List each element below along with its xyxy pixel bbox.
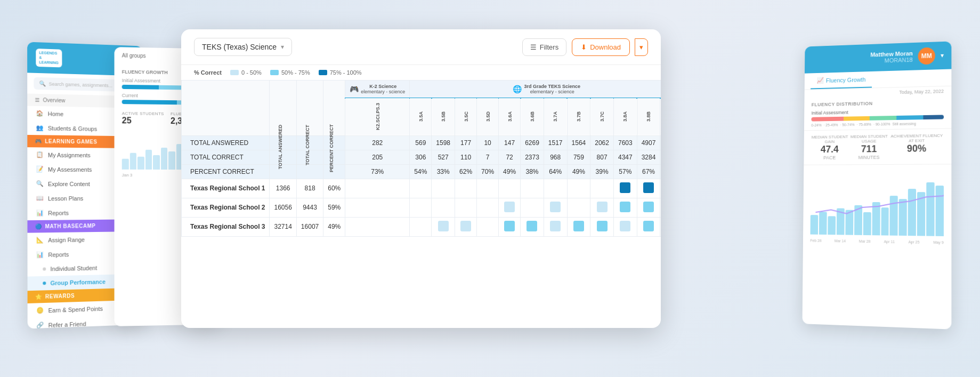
download-button[interactable]: ⬇ Download [572,38,630,56]
total-answered-row: TOTAL ANSWERED 282 569 1598 177 10 147 6… [182,135,661,150]
dist-seg-75-89 [896,115,924,120]
subject-title: TEKS (Texas) Science [202,43,277,51]
filters-button[interactable]: ☰ Filters [522,38,566,56]
col-38a: 3.8A [613,98,637,135]
clipboard-icon: 📝 [36,166,44,173]
math-section-label: MATH BASECAMP [45,223,96,229]
col-37b: 3.7B [567,98,590,135]
gamepad-icon: 🎮 [35,139,42,145]
chart-icon: 📊 [36,251,44,259]
dist-initial-label: Initial Assessment [812,110,848,116]
chart-tab-icon: 📈 [817,77,824,84]
metric-median-gain-unit: PACE [811,155,848,161]
ta-37b: 1564 [567,135,590,150]
user-info: Matthew Moran MORAN18 [870,50,912,64]
report-icon: 📊 [36,210,44,216]
legend-50-74: · 50-74% [840,123,854,126]
active-students-stat: ACTIVE STUDENTS 25 [122,111,165,126]
school2-name: Texas Regional School 2 [182,198,270,217]
legend-box-high [319,70,327,75]
col-37a: 3.7A [544,98,567,135]
search-placeholder: Search games, assignments... [49,81,112,88]
range-icon: 📐 [36,237,44,244]
sidebar-item-assign-range-label: Assign Range [48,236,85,243]
overview-label: Overview [43,98,66,104]
legend-label-mid: 50% - 75% [281,69,310,76]
3rd-group-header: 🌐 3rd Grade TEKS Scienceelementary - sci… [410,81,661,99]
right-bar-10 [890,196,898,236]
k2-group-header: 🎮 K-2 Scienceelementary - science [345,81,410,99]
right-bar-1 [811,215,819,235]
dist-seg-25-49 [844,116,870,121]
right-bar-12 [908,189,916,236]
school3-name: Texas Regional School 3 [182,217,270,236]
school2-tc: 9443 [296,198,323,217]
metric-achievement-label: ACHIEVEMENT FLUENCY AT EXIT [890,133,944,143]
legend-box-low [230,70,239,75]
sidebar-item-earn-points-label: Earn & Spend Points [48,306,103,314]
ta-35b: 1598 [432,135,455,150]
dist-row-initial: Initial Assessment [812,108,944,116]
col-38b: 3.8B [637,98,660,135]
legend-90-100: · 90-100% [873,122,890,126]
sidebar-item-refer-label: Refer a Friend [48,320,86,328]
ta-35a: 569 [410,135,432,150]
school3-ta: 32714 [270,217,296,236]
sidebar-item-individual-label: Individual Student [50,265,97,272]
legend-item-mid: 50% - 75% [270,69,310,76]
dist-section: FLUENCY DISTRIBUTION Initial Assessment … [804,96,951,131]
rewards-icon: ⭐ [35,294,42,300]
school3-tc: 16007 [296,217,323,236]
sidebar-item-reports-math-label: Reports [48,251,69,258]
metric-achievement: ACHIEVEMENT FLUENCY AT EXIT 90% [890,133,944,160]
col-35c: 3.5C [455,98,477,135]
col-38c: 3.8C [660,98,661,135]
sidebar-item-lessons-label: Lesson Plans [48,195,83,202]
dist-title: FLUENCY DISTRIBUTION [812,99,944,107]
sidebar-item-home-label: Home [48,110,63,117]
rewards-section-label: REWARDS [45,293,75,300]
filter-icon: ☰ [530,43,537,51]
users-icon: 👥 [36,124,44,131]
table-row: Texas Regional School 2 16056 9443 59% [182,198,661,217]
pct-correct-row: PERCENT CORRECT 73% 54% 33% 62% 70% 49% … [182,164,661,179]
table-row: Texas Regional School 1 1366 818 60% [182,179,661,198]
subject-dropdown[interactable]: TEKS (Texas) Science ▾ [194,38,292,56]
share-icon: 🔗 [36,322,44,328]
right-bar-14 [926,182,934,236]
ta-38a: 7603 [613,135,637,150]
k2-icon: 🎮 [350,85,359,93]
fluency-growth-tab-label: Fluency Growth [826,76,866,84]
total-correct-header: TOTAL CORRECT [296,81,323,136]
school2-pct: 59% [323,198,345,217]
right-bar-13 [917,192,925,236]
col-35b: 3.5B [432,98,455,135]
right-panel: Matthew Moran MORAN18 MM ▾ 📈 Fluency Gro… [803,41,952,329]
filters-label: Filters [540,43,558,51]
explore-icon: 🔍 [36,180,44,187]
metric-median-gain: MEDIAN STUDENT GAIN 47.4 PACE [811,134,848,161]
legend-item-high: 75% - 100% [319,69,362,76]
right-chart [803,164,951,240]
sidebar-item-students-label: Students & Groups [48,125,97,132]
sidebar-item-assignments-label: My Assignments [48,151,91,158]
coin-icon: 🪙 [36,307,44,315]
dot-active-icon [43,282,46,285]
right-bar-4 [837,208,845,235]
fluency-growth-tab[interactable]: 📈 Fluency Growth [811,71,872,89]
learning-games-label: LEARNING GAMES [45,139,97,145]
download-chevron-button[interactable]: ▾ [635,38,648,56]
table-wrap[interactable]: TOTAL ANSWERED TOTAL CORRECT PERCENT COR… [181,80,661,237]
main-panel: TEKS (Texas) Science ▾ ☰ Filters ⬇ Downl… [181,29,661,328]
metrics-row: MEDIAN STUDENT GAIN 47.4 PACE MEDIAN STU… [804,128,951,165]
grid-icon: ☰ [35,97,39,103]
dist-seg-0-24 [811,117,844,122]
dist-legend: 0-24% · 25-49% · 50-74% · 75-89% · 90-10… [811,121,944,127]
empty-header [182,81,270,136]
school3-pct: 49% [323,217,345,236]
metric-median-gain-value: 47.4 [811,144,848,155]
metric-usage-value: 711 [848,143,890,155]
legend-25-49: · 25-49% [824,123,838,127]
download-icon: ⬇ [581,43,587,51]
ta-36a: 147 [499,135,521,150]
